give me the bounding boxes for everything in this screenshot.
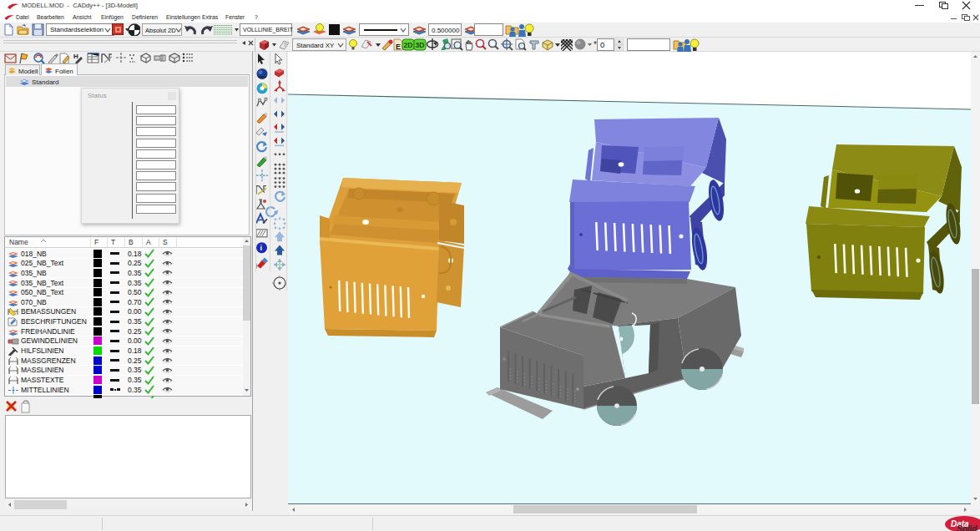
svg-text:E: E — [396, 43, 401, 51]
svg-text:i: i — [260, 244, 263, 252]
svg-text:3D: 3D — [416, 41, 425, 49]
svg-text:H: H — [73, 53, 78, 60]
svg-text:Solid: Solid — [957, 524, 977, 531]
svg-text:2D: 2D — [404, 41, 413, 49]
